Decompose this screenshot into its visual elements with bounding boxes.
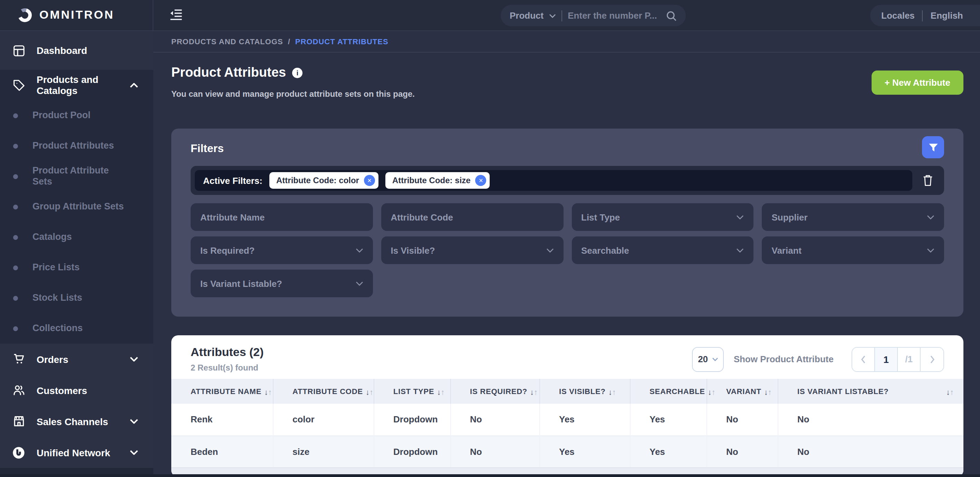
sidebar-item-label: Collections xyxy=(32,323,83,334)
sidebar-item-product-attribute-sets[interactable]: Product Attribute Sets xyxy=(0,161,153,191)
column-attribute-code[interactable]: ATTRIBUTE CODE ↓↑ xyxy=(273,379,374,404)
sort-icon[interactable]: ↓↑ xyxy=(608,385,616,397)
total-pages: /1 xyxy=(898,348,921,371)
filter-is-required[interactable]: Is Required? xyxy=(191,236,373,264)
cell-list-type: Dropdown xyxy=(374,436,450,467)
bullet-icon xyxy=(13,113,18,118)
filters-panel: Filters Active Filters: Attribute Code: … xyxy=(171,129,963,317)
sort-icon[interactable]: ↓↑ xyxy=(764,385,772,397)
clear-filters-button[interactable] xyxy=(912,174,943,187)
cell-is-required: No xyxy=(450,404,539,436)
show-product-attribute-label: Show Product Attribute xyxy=(734,354,834,364)
funnel-icon xyxy=(927,141,939,153)
sidebar-item-label: Price Lists xyxy=(32,262,80,273)
unified-network-icon xyxy=(10,445,27,459)
sidebar-item-label: Product Pool xyxy=(32,110,91,121)
sidebar-item-unified-network[interactable]: Unified Network xyxy=(0,437,153,468)
sidebar-group-header-products[interactable]: Products and Catalogs xyxy=(0,70,153,100)
customers-icon xyxy=(10,384,27,397)
attribute-code-input[interactable] xyxy=(391,212,554,222)
cell-is-variant-listable: No xyxy=(778,404,963,436)
filter-attribute-name[interactable] xyxy=(191,203,373,231)
cell-attribute-code: size xyxy=(273,436,374,467)
remove-filter-icon[interactable] xyxy=(476,175,487,186)
column-is-visible[interactable]: IS VISIBLE? ↓↑ xyxy=(539,379,630,404)
page-size-value: 20 xyxy=(698,354,708,364)
new-attribute-button[interactable]: + New Attribute xyxy=(872,70,963,95)
bullet-icon xyxy=(13,204,18,209)
sort-icon[interactable]: ↓↑ xyxy=(708,385,716,397)
sidebar-item-collections[interactable]: Collections xyxy=(0,313,153,344)
sidebar-item-dashboard[interactable]: Dashboard xyxy=(0,31,153,70)
column-attribute-name[interactable]: ATTRIBUTE NAME ↓↑ xyxy=(171,379,273,404)
sidebar-item-stock-lists[interactable]: Stock Lists xyxy=(0,283,153,313)
sidebar-item-customers[interactable]: Customers xyxy=(0,375,153,406)
column-is-required[interactable]: IS REQUIRED? ↓↑ xyxy=(450,379,539,404)
filter-list-type[interactable]: List Type xyxy=(571,203,754,231)
sidebar-item-label: Product Attribute Sets xyxy=(32,165,114,187)
prev-page-button[interactable] xyxy=(852,348,875,371)
chevron-down-icon xyxy=(546,248,554,253)
divider xyxy=(922,10,923,21)
chevron-down-icon xyxy=(356,281,363,286)
sidebar-item-label: Dashboard xyxy=(37,45,87,56)
breadcrumb-section[interactable]: PRODUCTS AND CATALOGS xyxy=(171,37,283,46)
attribute-name-input[interactable] xyxy=(200,212,363,222)
cell-searchable: Yes xyxy=(630,404,706,436)
sidebar-collapse-icon[interactable] xyxy=(170,9,182,20)
search-icon[interactable] xyxy=(666,10,677,21)
chevron-down-icon[interactable] xyxy=(549,13,556,18)
current-page[interactable]: 1 xyxy=(875,348,898,371)
locale-selector[interactable]: Locales English xyxy=(870,5,980,26)
cell-is-visible: Yes xyxy=(539,404,630,436)
sidebar-item-product-pool[interactable]: Product Pool xyxy=(0,100,153,131)
filter-supplier[interactable]: Supplier xyxy=(762,203,945,231)
filter-toggle-button[interactable] xyxy=(922,136,944,158)
active-filters-field: Active Filters: Attribute Code: color At… xyxy=(195,170,912,191)
locale-value: English xyxy=(931,10,963,21)
sidebar-group-products-and-catalogs: Products and Catalogs Product Pool Produ… xyxy=(0,70,153,344)
cell-attribute-name: Renk xyxy=(171,404,273,436)
search-category-select[interactable]: Product xyxy=(510,10,544,21)
filter-searchable[interactable]: Searchable xyxy=(571,236,754,264)
filter-chip: Attribute Code: size xyxy=(385,172,490,189)
sidebar-item-label: Catalogs xyxy=(32,231,72,242)
filter-variant[interactable]: Variant xyxy=(762,236,945,264)
logo-text: OMNITRON xyxy=(39,8,114,22)
next-page-button[interactable] xyxy=(921,348,943,371)
table-row[interactable]: Renk color Dropdown No Yes Yes No No xyxy=(171,404,963,436)
remove-filter-icon[interactable] xyxy=(364,175,375,186)
table-row[interactable]: Beden size Dropdown No Yes Yes No No xyxy=(171,436,963,467)
cell-variant: No xyxy=(706,436,778,467)
logo: OMNITRON xyxy=(0,0,153,31)
chevron-down-icon xyxy=(356,248,363,253)
column-is-variant-listable[interactable]: IS VARIANT LISTABLE? ↓↑ xyxy=(778,379,963,404)
attributes-card: Attributes (2) 2 Result(s) found 20 Show… xyxy=(171,335,963,477)
sidebar-item-label: Unified Network xyxy=(37,447,120,458)
filter-attribute-code[interactable] xyxy=(381,203,563,231)
sort-icon[interactable]: ↓↑ xyxy=(264,385,272,397)
select-label: Searchable xyxy=(581,245,629,255)
sidebar-item-catalogs[interactable]: Catalogs xyxy=(0,222,153,252)
sidebar-item-sales-channels[interactable]: Sales Channels xyxy=(0,406,153,437)
sidebar-item-orders[interactable]: Orders xyxy=(0,344,153,375)
filter-is-variant-listable[interactable]: Is Variant Listable? xyxy=(191,270,373,297)
column-list-type[interactable]: LIST TYPE ↓↑ xyxy=(374,379,450,404)
sort-icon[interactable]: ↓↑ xyxy=(530,385,538,397)
sort-icon[interactable]: ↓↑ xyxy=(366,385,373,397)
page-size-select[interactable]: 20 xyxy=(692,347,724,372)
info-icon[interactable] xyxy=(292,67,302,78)
column-variant[interactable]: VARIANT ↓↑ xyxy=(706,379,778,404)
filter-is-visible[interactable]: Is Visible? xyxy=(381,236,563,264)
cell-list-type: Dropdown xyxy=(374,404,450,436)
breadcrumb-current[interactable]: PRODUCT ATTRIBUTES xyxy=(295,37,388,46)
sidebar-item-group-attribute-sets[interactable]: Group Attribute Sets xyxy=(0,191,153,222)
breadcrumb: PRODUCTS AND CATALOGS / PRODUCT ATTRIBUT… xyxy=(153,31,980,53)
column-searchable[interactable]: SEARCHABLE ↓↑ xyxy=(630,379,706,404)
sort-icon[interactable]: ↓↑ xyxy=(946,385,954,397)
trash-icon xyxy=(922,174,933,187)
sidebar-item-price-lists[interactable]: Price Lists xyxy=(0,252,153,283)
sort-icon[interactable]: ↓↑ xyxy=(437,385,444,397)
search-input[interactable] xyxy=(568,10,660,21)
sidebar-item-product-attributes[interactable]: Product Attributes xyxy=(0,131,153,161)
